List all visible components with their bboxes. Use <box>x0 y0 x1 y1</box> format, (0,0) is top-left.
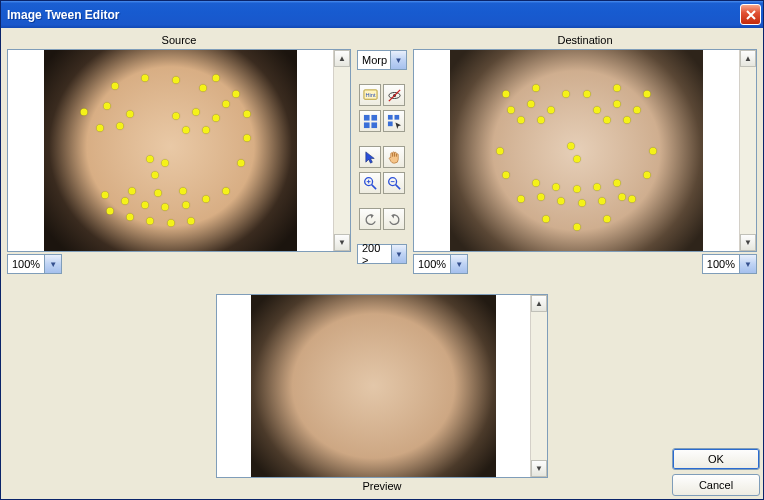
scroll-up-icon[interactable]: ▲ <box>334 50 350 67</box>
landmark-dot[interactable] <box>172 113 179 120</box>
chevron-down-icon[interactable]: ▼ <box>44 255 61 273</box>
landmark-dot[interactable] <box>129 187 136 194</box>
landmark-dot[interactable] <box>126 213 133 220</box>
landmark-dot[interactable] <box>147 217 154 224</box>
cancel-button[interactable]: Cancel <box>672 474 760 496</box>
landmark-dot[interactable] <box>243 111 250 118</box>
landmark-dot[interactable] <box>238 159 245 166</box>
landmark-dot[interactable] <box>538 193 545 200</box>
landmark-dot[interactable] <box>223 101 230 108</box>
landmark-dot[interactable] <box>162 159 169 166</box>
landmark-dot[interactable] <box>649 147 656 154</box>
hand-tool-button[interactable] <box>383 146 405 168</box>
landmark-dot[interactable] <box>182 127 189 134</box>
landmark-dot[interactable] <box>223 187 230 194</box>
grid-button[interactable] <box>359 110 381 132</box>
landmark-dot[interactable] <box>553 183 560 190</box>
landmark-dot[interactable] <box>593 107 600 114</box>
landmark-dot[interactable] <box>192 109 199 116</box>
grid-picker-button[interactable] <box>383 110 405 132</box>
landmark-dot[interactable] <box>104 103 111 110</box>
landmark-dot[interactable] <box>532 179 539 186</box>
landmark-dot[interactable] <box>593 183 600 190</box>
landmark-dot[interactable] <box>598 197 605 204</box>
landmark-dot[interactable] <box>154 189 161 196</box>
close-button[interactable] <box>740 4 761 25</box>
landmark-dot[interactable] <box>233 91 240 98</box>
landmark-dot[interactable] <box>563 91 570 98</box>
landmark-dot[interactable] <box>578 199 585 206</box>
landmark-dot[interactable] <box>614 179 621 186</box>
landmark-dot[interactable] <box>187 217 194 224</box>
chevron-down-icon[interactable]: ▼ <box>739 255 756 273</box>
landmark-dot[interactable] <box>121 197 128 204</box>
landmark-dot[interactable] <box>96 125 103 132</box>
landmark-dot[interactable] <box>167 219 174 226</box>
scroll-down-icon[interactable]: ▼ <box>334 234 350 251</box>
landmark-dot[interactable] <box>644 91 651 98</box>
scroll-up-icon[interactable]: ▲ <box>740 50 756 67</box>
landmark-dot[interactable] <box>106 207 113 214</box>
landmark-dot[interactable] <box>573 185 580 192</box>
source-image[interactable] <box>8 50 333 251</box>
landmark-dot[interactable] <box>116 123 123 130</box>
landmark-dot[interactable] <box>517 195 524 202</box>
landmark-dot[interactable] <box>213 115 220 122</box>
size-combo[interactable]: 200 > ▼ <box>357 244 407 264</box>
landmark-dot[interactable] <box>202 195 209 202</box>
preview-vscroll[interactable]: ▲ ▼ <box>530 295 547 477</box>
landmark-dot[interactable] <box>243 135 250 142</box>
chevron-down-icon[interactable]: ▼ <box>391 245 406 263</box>
landmark-dot[interactable] <box>502 171 509 178</box>
landmark-dot[interactable] <box>558 197 565 204</box>
landmark-dot[interactable] <box>527 101 534 108</box>
landmark-dot[interactable] <box>573 155 580 162</box>
landmark-dot[interactable] <box>614 85 621 92</box>
landmark-dot[interactable] <box>213 75 220 82</box>
landmark-dot[interactable] <box>583 91 590 98</box>
pointer-tool-button[interactable] <box>359 146 381 168</box>
landmark-dot[interactable] <box>507 107 514 114</box>
landmark-dot[interactable] <box>202 127 209 134</box>
landmark-dot[interactable] <box>543 215 550 222</box>
landmark-dot[interactable] <box>538 117 545 124</box>
zoom-in-button[interactable] <box>359 172 381 194</box>
source-vscroll[interactable]: ▲ ▼ <box>333 50 350 251</box>
redo-button[interactable] <box>383 208 405 230</box>
source-zoom-combo[interactable]: 100% ▼ <box>7 254 62 274</box>
landmark-dot[interactable] <box>573 223 580 230</box>
landmark-dot[interactable] <box>634 107 641 114</box>
destination-zoom-left-combo[interactable]: 100% ▼ <box>413 254 468 274</box>
landmark-dot[interactable] <box>548 107 555 114</box>
landmark-dot[interactable] <box>180 187 187 194</box>
landmark-dot[interactable] <box>162 203 169 210</box>
landmark-dot[interactable] <box>644 171 651 178</box>
landmark-dot[interactable] <box>101 191 108 198</box>
landmark-dot[interactable] <box>568 143 575 150</box>
landmark-dot[interactable] <box>147 155 154 162</box>
toggle-visibility-button[interactable] <box>383 84 405 106</box>
destination-zoom-right-combo[interactable]: 100% ▼ <box>702 254 757 274</box>
hint-button[interactable]: Hint <box>359 84 381 106</box>
landmark-dot[interactable] <box>81 109 88 116</box>
landmark-dot[interactable] <box>502 91 509 98</box>
landmark-dot[interactable] <box>624 117 631 124</box>
landmark-dot[interactable] <box>142 201 149 208</box>
landmark-dot[interactable] <box>532 85 539 92</box>
scroll-track[interactable] <box>334 67 350 234</box>
scroll-down-icon[interactable]: ▼ <box>531 460 547 477</box>
landmark-dot[interactable] <box>603 117 610 124</box>
landmark-dot[interactable] <box>614 101 621 108</box>
scroll-track[interactable] <box>531 312 547 460</box>
destination-image[interactable] <box>414 50 739 251</box>
landmark-dot[interactable] <box>603 215 610 222</box>
landmark-dot[interactable] <box>172 77 179 84</box>
destination-vscroll[interactable]: ▲ ▼ <box>739 50 756 251</box>
landmark-dot[interactable] <box>619 193 626 200</box>
scroll-down-icon[interactable]: ▼ <box>740 234 756 251</box>
landmark-dot[interactable] <box>200 85 207 92</box>
landmark-dot[interactable] <box>126 111 133 118</box>
landmark-dot[interactable] <box>629 195 636 202</box>
chevron-down-icon[interactable]: ▼ <box>390 51 406 69</box>
chevron-down-icon[interactable]: ▼ <box>450 255 467 273</box>
